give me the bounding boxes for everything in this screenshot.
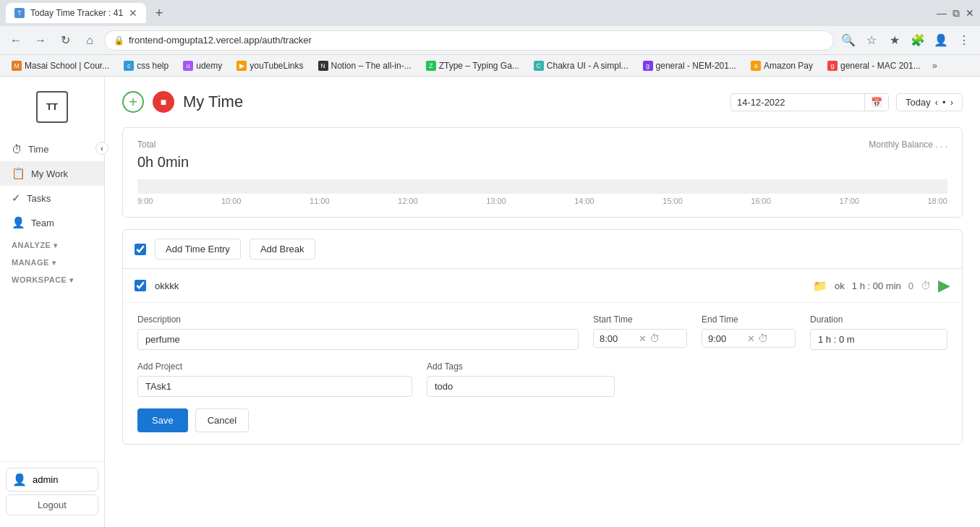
bookmark-amazon[interactable]: a Amazon Pay	[745, 59, 819, 72]
sidebar-user[interactable]: 👤 admin	[6, 468, 98, 492]
nav-next-icon[interactable]: ›	[950, 97, 953, 108]
bookmark-favicon-masai: M	[12, 61, 22, 71]
entry-row-name: okkkk	[155, 280, 804, 291]
date-input-wrapper: 📅	[730, 93, 889, 111]
entry-section: Add Time Entry Add Break okkkk 📁 ok 1 h …	[122, 229, 963, 445]
monthly-balance[interactable]: Monthly Balance . . .	[869, 140, 947, 150]
add-time-entry-label: Add Time Entry	[166, 244, 230, 254]
add-entry-button[interactable]: +	[122, 91, 144, 113]
start-time-input[interactable]	[600, 333, 636, 344]
bookmark-general-nem[interactable]: g general - NEM-201...	[637, 59, 742, 72]
add-break-button[interactable]: Add Break	[250, 239, 315, 260]
timeline-label-11: 11:00	[310, 197, 330, 205]
form-group-duration: Duration	[810, 314, 947, 350]
form-group-project: Add Project	[137, 361, 412, 397]
bookmarks-bar: M Masai School | Cour... c css help u ud…	[0, 55, 980, 77]
today-label: Today	[906, 97, 931, 108]
start-time-clock-icon[interactable]: ⏱	[649, 333, 660, 344]
description-input[interactable]	[137, 329, 579, 350]
window-maximize[interactable]: ⧉	[953, 7, 960, 20]
star-icon[interactable]: ★	[885, 30, 905, 51]
page-title: My Time	[183, 93, 243, 111]
page-header-left: + ■ My Time	[122, 91, 243, 113]
home-button[interactable]: ⌂	[80, 30, 100, 51]
save-button[interactable]: Save	[137, 408, 188, 432]
start-time-clear-icon[interactable]: ✕	[639, 333, 647, 344]
duration-label: Duration	[810, 314, 947, 325]
bookmark-notion[interactable]: N Notion – The all-in-...	[312, 59, 417, 72]
nav-prev-icon[interactable]: ‹	[935, 97, 938, 108]
bookmark-css[interactable]: c css help	[118, 59, 174, 72]
forward-button[interactable]: →	[30, 30, 51, 51]
bookmark-youtube[interactable]: ▶ youTubeLinks	[231, 59, 309, 72]
bookmark-label-youtube: youTubeLinks	[250, 61, 303, 71]
tab-close-button[interactable]: ✕	[129, 7, 137, 19]
tags-input[interactable]	[427, 376, 615, 397]
timeline-labels: 9:00 10:00 11:00 12:00 13:00 14:00 15:00…	[137, 197, 947, 205]
sidebar-section-analyze[interactable]: ANALYZE ▾	[0, 235, 104, 252]
sidebar-bottom: 👤 admin Logout	[0, 461, 104, 521]
new-tab-button[interactable]: +	[149, 3, 169, 23]
time-icon: ⏱	[12, 143, 22, 155]
refresh-button[interactable]: ↻	[55, 30, 75, 51]
profile-icon[interactable]: 👤	[931, 30, 951, 51]
timeline-label-16: 16:00	[751, 197, 771, 205]
end-time-input[interactable]	[708, 333, 744, 344]
bookmark-masai[interactable]: M Masai School | Cour...	[6, 59, 115, 72]
bookmark-general-mac[interactable]: g general - MAC 201...	[822, 59, 926, 72]
bookmark-favicon-youtube: ▶	[237, 61, 247, 71]
extensions-icon[interactable]: 🧩	[908, 30, 928, 51]
user-name: admin	[33, 474, 58, 485]
cancel-button[interactable]: Cancel	[195, 408, 249, 432]
browser-tab[interactable]: T Today Time Tracker : 41 ✕	[6, 3, 146, 23]
description-label: Description	[137, 314, 579, 325]
entry-row-checkbox[interactable]	[135, 280, 146, 291]
bookmarks-more[interactable]: »	[932, 60, 937, 71]
form-group-tags: Add Tags	[427, 361, 615, 397]
sidebar-item-time[interactable]: ⏱ Time	[0, 137, 104, 161]
search-icon[interactable]: 🔍	[838, 30, 858, 51]
bookmark-udemy[interactable]: u udemy	[177, 59, 228, 72]
sidebar-item-team[interactable]: 👤 Team	[0, 210, 104, 235]
bookmark-ztype[interactable]: Z ZType – Typing Ga...	[420, 59, 525, 72]
bookmark-label-ztype: ZType – Typing Ga...	[439, 61, 519, 71]
sidebar-collapse-button[interactable]: ‹	[95, 142, 108, 155]
bookmark-label-notion: Notion – The all-in-...	[331, 61, 412, 71]
window-close[interactable]: ✕	[966, 7, 974, 19]
bookmark-icon[interactable]: ☆	[861, 30, 882, 51]
analyze-label: ANALYZE	[12, 241, 51, 249]
start-time-wrapper: ✕ ⏱	[593, 329, 687, 348]
end-time-clear-icon[interactable]: ✕	[747, 333, 755, 344]
project-input[interactable]	[137, 376, 412, 397]
sidebar-item-mywork[interactable]: 📋 My Work	[0, 161, 104, 186]
bookmark-favicon-notion: N	[318, 61, 328, 71]
bookmark-label-masai: Masai School | Cour...	[25, 61, 109, 71]
menu-icon[interactable]: ⋮	[954, 30, 974, 51]
sidebar-logo: TT	[0, 82, 104, 132]
logout-button[interactable]: Logout	[6, 494, 98, 515]
date-input[interactable]	[731, 94, 864, 111]
back-button[interactable]: ←	[6, 30, 26, 51]
address-bar[interactable]: 🔒 frontend-omgupta12.vercel.app/auth/tra…	[104, 30, 834, 51]
today-button[interactable]: Today ‹ • ›	[896, 93, 963, 111]
add-time-entry-button[interactable]: Add Time Entry	[155, 239, 241, 260]
browser-nav: ← → ↻ ⌂ 🔒 frontend-omgupta12.vercel.app/…	[0, 26, 980, 55]
window-minimize[interactable]: —	[937, 7, 947, 19]
bookmark-chakra[interactable]: C Chakra UI - A simpl...	[528, 59, 634, 72]
entry-actions: 📁 ok 1 h : 00 min 0 ⏱ ▶	[813, 276, 950, 295]
sidebar-section-manage[interactable]: MANAGE ▾	[0, 252, 104, 270]
total-label: Total	[137, 140, 155, 150]
sidebar-section-workspace[interactable]: WORKSPACE ▾	[0, 270, 104, 287]
sidebar-label-time: Time	[28, 144, 48, 155]
timeline-label-15: 15:00	[662, 197, 683, 205]
entry-play-button[interactable]: ▶	[938, 276, 950, 295]
end-time-clock-icon[interactable]: ⏱	[758, 333, 768, 344]
sidebar-item-tasks[interactable]: ✓ Tasks	[0, 186, 104, 210]
entry-header-checkbox[interactable]	[135, 244, 146, 255]
form-row-main: Description Start Time ✕ ⏱ End Time	[137, 314, 947, 350]
entry-history-icon[interactable]: ⏱	[921, 280, 931, 291]
stop-button[interactable]: ■	[153, 91, 174, 113]
play-icon: ▶	[938, 276, 950, 295]
duration-input[interactable]	[810, 329, 947, 350]
calendar-icon[interactable]: 📅	[864, 94, 888, 111]
